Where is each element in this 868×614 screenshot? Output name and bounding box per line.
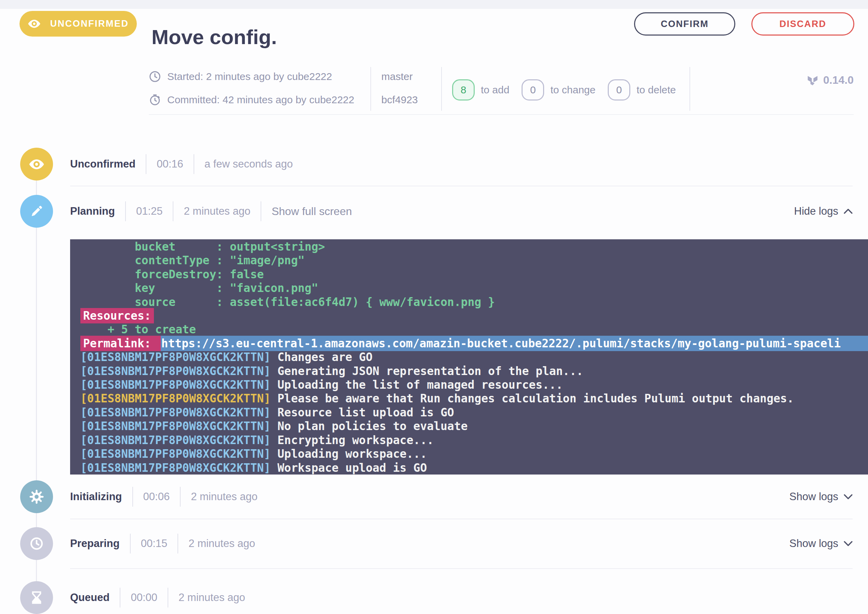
log-segment: [01ES8NBM17PF8P0W8XGCK2KTTN]: [80, 392, 270, 405]
stage-name: Queued: [70, 591, 109, 604]
log-output[interactable]: bucket : output<string> contentType : "i…: [70, 239, 868, 474]
log-segment: forceDestroy: false: [80, 268, 264, 281]
divider: [261, 202, 261, 221]
log-line: key : "favicon.png": [80, 281, 868, 295]
divider: [125, 202, 126, 221]
log-line: forceDestroy: false: [80, 268, 868, 281]
stage-row-planning: Planning 01:25 2 minutes ago Show full s…: [70, 195, 852, 228]
log-segment: Uploading the list of managed resources.…: [270, 378, 563, 391]
log-line: [01ES8NBM17PF8P0W8XGCK2KTTN] Resource li…: [80, 406, 868, 419]
stage-row-queued: Queued 00:00 2 minutes ago: [70, 581, 852, 614]
log-segment: Encrypting workspace...: [270, 434, 434, 447]
log-segment: bucket : output<string>: [80, 240, 325, 253]
confirm-button[interactable]: CONFIRM: [634, 12, 735, 36]
run-meta: Started: 2 minutes ago by cube2222 Commi…: [149, 66, 854, 115]
git-info: master bcf4923: [381, 66, 441, 114]
log-line: [01ES8NBM17PF8P0W8XGCK2KTTN] Uploading t…: [80, 378, 868, 392]
row-divider: [70, 568, 852, 569]
meta-divider: [689, 67, 690, 111]
stage-icon-initializing: [20, 480, 53, 513]
stage-icon-queued: [20, 581, 53, 614]
log-segment: Resource list upload is GO: [270, 406, 454, 419]
version-number: 0.14.0: [823, 74, 854, 87]
log-segment: Permalink:: [80, 336, 161, 351]
log-line: contentType : "image/png": [80, 254, 868, 267]
log-segment: [01ES8NBM17PF8P0W8XGCK2KTTN]: [80, 406, 270, 419]
eye-icon: [29, 159, 45, 170]
divider: [168, 588, 168, 608]
log-line: Resources:: [80, 309, 868, 323]
show-logs-label: Show logs: [789, 491, 838, 503]
log-segment: Generating JSON representation of the pl…: [270, 364, 583, 378]
hourglass-icon: [30, 591, 43, 605]
show-logs-label: Show logs: [789, 537, 838, 550]
gear-icon: [30, 490, 44, 504]
log-line: [01ES8NBM17PF8P0W8XGCK2KTTN] Please be a…: [80, 392, 868, 405]
divider: [194, 154, 194, 174]
clock-icon: [149, 70, 161, 83]
hide-logs-label: Hide logs: [794, 205, 838, 217]
run-times: Started: 2 minutes ago by cube2222 Commi…: [149, 66, 370, 114]
stage-row-unconfirmed: Unconfirmed 00:16 a few seconds ago: [70, 148, 852, 180]
committed-line: Committed: 42 minutes ago by cube2222: [149, 91, 370, 108]
stage-row-initializing: Initializing 00:06 2 minutes ago Show lo…: [70, 480, 852, 513]
terraform-icon: [807, 74, 818, 86]
change-count-label: to change: [550, 84, 595, 96]
discard-button[interactable]: DISCARD: [752, 12, 854, 36]
chevron-down-icon: [844, 541, 852, 546]
divider: [177, 534, 178, 554]
stage-duration: 00:00: [130, 591, 157, 604]
log-segment: [01ES8NBM17PF8P0W8XGCK2KTTN]: [80, 447, 270, 460]
hide-logs-button[interactable]: Hide logs: [794, 205, 852, 217]
started-text: Started: 2 minutes ago by cube2222: [167, 71, 332, 82]
eye-icon: [28, 19, 41, 28]
log-segment: Resources:: [80, 308, 154, 323]
chevron-down-icon: [844, 494, 852, 499]
log-line: [01ES8NBM17PF8P0W8XGCK2KTTN] Generating …: [80, 364, 868, 378]
page-title: Move config.: [152, 26, 277, 48]
permalink-url[interactable]: https://s3.eu-central-1.amazonaws.com/am…: [161, 336, 868, 351]
change-count-pill: 0: [522, 79, 544, 101]
log-line: + 5 to create: [80, 323, 868, 336]
add-count-pill: 8: [452, 79, 475, 101]
committed-text: Committed: 42 minutes ago by cube2222: [167, 94, 354, 105]
log-line: Permalink: https://s3.eu-central-1.amazo…: [80, 337, 868, 350]
log-segment: No plan policies to evaluate: [270, 419, 467, 433]
log-line: [01ES8NBM17PF8P0W8XGCK2KTTN] Uploading w…: [80, 447, 868, 461]
log-segment: Changes are GO: [270, 350, 373, 364]
stage-icon-preparing: [20, 527, 53, 560]
divider: [180, 487, 180, 507]
stage-duration: 00:15: [141, 537, 168, 550]
log-segment: key : "favicon.png": [80, 281, 318, 295]
stage-name: Initializing: [70, 491, 122, 503]
to-delete-group: 0 to delete: [608, 79, 676, 101]
chevron-up-icon: [844, 209, 852, 214]
stage-duration: 00:06: [143, 491, 170, 503]
divider: [130, 534, 130, 554]
show-logs-button[interactable]: Show logs: [789, 491, 852, 503]
show-full-screen-button[interactable]: Show full screen: [272, 205, 352, 218]
delete-count-pill: 0: [608, 79, 630, 101]
stage-icon-planning: [20, 195, 53, 228]
to-change-group: 0 to change: [522, 79, 595, 101]
show-logs-button[interactable]: Show logs: [789, 537, 852, 550]
log-segment: [01ES8NBM17PF8P0W8XGCK2KTTN]: [80, 378, 270, 391]
status-badge-label: UNCONFIRMED: [50, 19, 129, 29]
log-line: [01ES8NBM17PF8P0W8XGCK2KTTN] Encrypting …: [80, 434, 868, 447]
to-add-group: 8 to add: [452, 79, 509, 101]
stopwatch-icon: [149, 94, 161, 106]
log-line: [01ES8NBM17PF8P0W8XGCK2KTTN] Changes are…: [80, 350, 868, 364]
meta-divider: [370, 67, 371, 111]
change-counts: 8 to add 0 to change 0 to delete: [452, 66, 689, 114]
divider: [173, 202, 173, 221]
log-line: [01ES8NBM17PF8P0W8XGCK2KTTN] No plan pol…: [80, 419, 868, 433]
stage-timestamp: 2 minutes ago: [191, 491, 258, 503]
divider: [146, 154, 146, 174]
stage-timestamp: 2 minutes ago: [179, 591, 245, 604]
stage-icon-unconfirmed: [20, 148, 53, 180]
stage-timestamp: a few seconds ago: [205, 158, 293, 170]
log-segment: Uploading workspace...: [270, 447, 427, 460]
log-segment: [01ES8NBM17PF8P0W8XGCK2KTTN]: [80, 434, 270, 447]
log-line: bucket : output<string>: [80, 240, 868, 254]
divider: [132, 487, 133, 507]
